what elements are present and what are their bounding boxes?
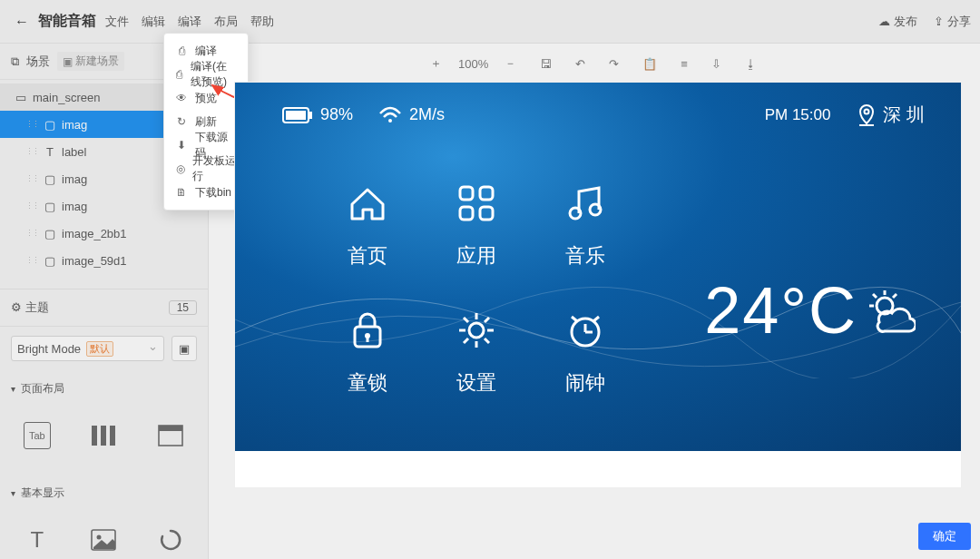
time-value: PM 15:00 — [765, 106, 831, 124]
svg-rect-0 — [92, 426, 97, 446]
menu-edit[interactable]: 编辑 — [142, 14, 165, 30]
save-button[interactable]: 🖫 — [536, 55, 555, 73]
save-icon: ▣ — [179, 342, 190, 356]
svg-rect-16 — [480, 187, 493, 200]
battery-status: 98% — [282, 105, 353, 124]
new-scene-button[interactable]: ▣ 新建场景 — [57, 52, 124, 71]
preview-panel: 98% 2M/s PM 15:00 深 圳 首页 — [234, 82, 962, 488]
widget-grid-basic: T — [0, 508, 208, 559]
theme-count: 15 — [169, 300, 197, 315]
drag-handle-icon[interactable]: ⋮⋮ — [25, 229, 38, 238]
image-icon: ▢ — [44, 172, 56, 185]
app-grid: 首页 应用 音乐 童锁 设置 闹钟 — [313, 181, 640, 435]
tree-item-label: imag — [62, 118, 87, 132]
list-button[interactable]: ≡ — [677, 55, 691, 73]
svg-rect-18 — [480, 207, 493, 220]
import-button[interactable]: ⇩ — [708, 55, 725, 73]
zoom-in-button[interactable]: ＋ — [426, 54, 446, 74]
theme-icon: ⚙ — [11, 300, 22, 314]
svg-line-41 — [873, 294, 877, 298]
section-page-layout-label: 页面布局 — [21, 381, 64, 397]
zoom-out-button[interactable]: － — [501, 54, 520, 74]
svg-line-30 — [485, 338, 489, 343]
widget-columns[interactable] — [71, 407, 138, 464]
image-icon: ▢ — [44, 227, 56, 240]
chip-icon: ◎ — [175, 162, 185, 175]
theme-select[interactable]: Bright Mode 默认 — [11, 336, 164, 361]
widget-spinner[interactable] — [137, 512, 204, 559]
menu-compile[interactable]: 编译 — [178, 14, 201, 30]
section-page-layout[interactable]: 页面布局 — [0, 370, 208, 404]
undo-button[interactable]: ↶ — [572, 55, 589, 73]
section-basic-display-label: 基本显示 — [21, 485, 64, 501]
grid-settings[interactable]: 设置 — [422, 308, 531, 435]
section-basic-display[interactable]: 基本显示 — [0, 475, 208, 508]
svg-line-36 — [572, 317, 577, 321]
home-icon — [345, 181, 390, 226]
widget-tab[interactable]: Tab — [4, 407, 71, 464]
refresh-icon: ↻ — [175, 115, 188, 128]
device-canvas: 98% 2M/s PM 15:00 深 圳 首页 — [235, 83, 961, 451]
grid-apps[interactable]: 应用 — [422, 181, 531, 308]
download-button[interactable]: ⭳ — [741, 55, 760, 73]
widget-image[interactable] — [71, 512, 138, 559]
weather-icon — [867, 288, 916, 333]
svg-point-6 — [97, 535, 102, 540]
drag-handle-icon[interactable]: ⋮⋮ — [25, 174, 38, 183]
grid-childlock[interactable]: 童锁 — [313, 308, 422, 435]
drag-handle-icon[interactable]: ⋮⋮ — [25, 256, 38, 265]
widget-card[interactable] — [137, 407, 204, 464]
svg-rect-11 — [286, 111, 306, 120]
menu-file[interactable]: 文件 — [105, 14, 129, 30]
menu-layout[interactable]: 布局 — [214, 14, 238, 30]
theme-label: 主题 — [25, 300, 49, 314]
drag-handle-icon[interactable]: ⋮⋮ — [25, 120, 38, 129]
alarm-icon — [563, 308, 608, 353]
widget-text[interactable]: T — [4, 512, 71, 559]
publish-label: 发布 — [894, 14, 917, 30]
status-bar: 98% 2M/s PM 15:00 深 圳 — [282, 103, 925, 127]
svg-point-24 — [469, 323, 484, 338]
svg-rect-15 — [460, 187, 473, 200]
grid-alarm[interactable]: 闹钟 — [531, 308, 640, 435]
eye-icon: 👁 — [175, 92, 188, 104]
grid-music[interactable]: 音乐 — [531, 181, 640, 308]
svg-line-37 — [593, 317, 599, 321]
grid-label: 应用 — [456, 242, 496, 270]
theme-add-button[interactable]: ▣ — [172, 336, 197, 361]
drag-handle-icon[interactable]: ⋮⋮ — [25, 147, 38, 156]
tree-item-label: label — [62, 145, 86, 159]
share-label: 分享 — [947, 14, 971, 30]
wifi-status: 2M/s — [378, 105, 445, 124]
drag-handle-icon[interactable]: ⋮⋮ — [25, 201, 38, 211]
compile-icon: ⎙ — [175, 44, 188, 57]
tree-item[interactable]: ⋮⋮ ▢ image_59d1 — [0, 247, 208, 274]
cloud-upload-icon: ☁ — [878, 15, 890, 28]
svg-rect-2 — [110, 426, 115, 446]
scene-label: 场景 — [26, 54, 50, 70]
download-icon: ⬇ — [175, 139, 188, 152]
menu-item-label: 编译(在线预览) — [191, 59, 237, 90]
confirm-button[interactable]: 确定 — [918, 523, 971, 550]
lock-icon — [345, 308, 390, 353]
new-scene-label: 新建场景 — [75, 54, 119, 69]
confirm-label: 确定 — [933, 529, 956, 543]
menu-help[interactable]: 帮助 — [250, 14, 274, 30]
tree-item-label: imag — [62, 172, 87, 186]
city-status: 深 圳 — [856, 103, 925, 127]
publish-button[interactable]: ☁ 发布 — [878, 14, 917, 30]
text-icon: T — [44, 145, 56, 158]
svg-point-12 — [388, 119, 392, 123]
clipboard-button[interactable]: 📋 — [639, 55, 661, 73]
svg-line-42 — [893, 294, 897, 298]
tree-item[interactable]: ⋮⋮ ▢ image_2bb1 — [0, 220, 208, 247]
redo-button[interactable]: ↷ — [605, 55, 622, 73]
scene-name: main_screen — [33, 91, 100, 104]
grid-home[interactable]: 首页 — [313, 181, 422, 308]
app-title: 智能音箱 — [38, 12, 96, 31]
menu-item-label: 刷新 — [195, 114, 217, 130]
share-button[interactable]: ⇪ 分享 — [934, 14, 971, 30]
back-button[interactable]: ← — [9, 14, 34, 30]
share-icon: ⇪ — [934, 15, 944, 28]
location-icon — [856, 103, 877, 127]
